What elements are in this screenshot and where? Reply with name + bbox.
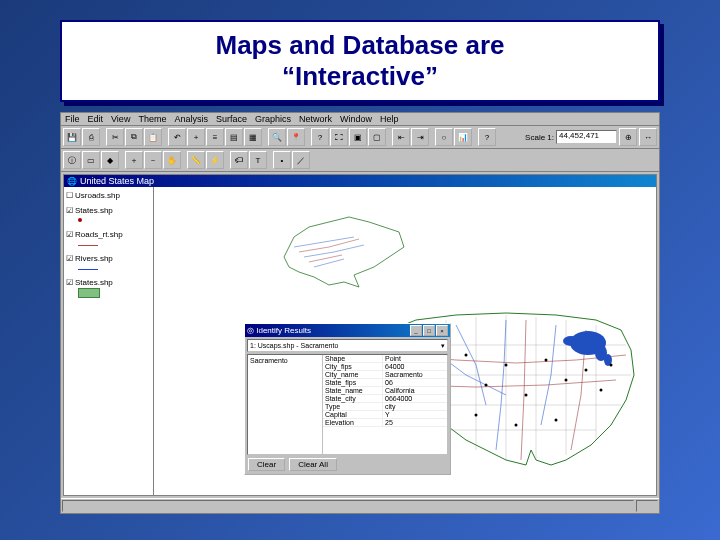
layer-item[interactable]: ☑States.shp — [66, 278, 151, 300]
checkbox-icon[interactable]: ☑ — [66, 278, 73, 287]
menu-view[interactable]: View — [111, 114, 130, 124]
status-grip-icon — [636, 500, 658, 512]
menu-theme[interactable]: Theme — [138, 114, 166, 124]
zoom-selected-icon[interactable]: ▢ — [368, 128, 386, 146]
label-tool-icon[interactable]: 🏷 — [230, 151, 248, 169]
zoom-full-icon[interactable]: ⛶ — [330, 128, 348, 146]
help-icon[interactable]: ? — [478, 128, 496, 146]
attr-val: Point — [383, 355, 447, 362]
identify-layer-combo[interactable]: 1: Uscaps.shp - Sacramento — [247, 339, 448, 352]
layer-item[interactable]: ☑Rivers.shp — [66, 254, 151, 272]
gis-app-window: File Edit View Theme Analysis Surface Gr… — [60, 112, 660, 514]
layer-item[interactable]: ☐Usroads.shp — [66, 191, 151, 200]
save-icon[interactable]: 💾 — [63, 128, 81, 146]
svg-point-18 — [555, 419, 558, 422]
attr-key: Elevation — [323, 419, 383, 426]
svg-point-7 — [465, 354, 468, 357]
map-body: ☐Usroads.shp ☑States.shp ☑Roads_rt.shp ☑… — [64, 187, 656, 495]
identify-tool-icon[interactable]: ⓘ — [63, 151, 81, 169]
attr-key: Type — [323, 403, 383, 410]
query-icon[interactable]: ? — [311, 128, 329, 146]
layer-label: Roads_rt.shp — [75, 230, 123, 239]
copy-icon[interactable]: ⧉ — [125, 128, 143, 146]
menu-network[interactable]: Network — [299, 114, 332, 124]
pointer-tool-icon[interactable]: ▭ — [82, 151, 100, 169]
menu-file[interactable]: File — [65, 114, 80, 124]
map-view-titlebar[interactable]: 🌐 United States Map — [64, 175, 656, 187]
menu-window[interactable]: Window — [340, 114, 372, 124]
content-area: 🌐 United States Map ☐Usroads.shp ☑States… — [61, 172, 659, 498]
identify-attribute-table[interactable]: ShapePoint City_fips64000 City_nameSacra… — [323, 355, 447, 454]
clear-button[interactable]: Clear — [248, 458, 285, 471]
minimize-icon[interactable]: _ — [410, 325, 422, 336]
zoom-next-icon[interactable]: ⇥ — [411, 128, 429, 146]
svg-point-12 — [565, 379, 568, 382]
hotlink-tool-icon[interactable]: ⚡ — [206, 151, 224, 169]
measure-tool-icon[interactable]: 📏 — [187, 151, 205, 169]
attr-val: California — [383, 387, 447, 394]
svg-point-16 — [475, 414, 478, 417]
close-icon[interactable]: × — [436, 325, 448, 336]
layer-item[interactable]: ☑States.shp — [66, 206, 151, 224]
svg-point-15 — [610, 364, 613, 367]
checkbox-icon[interactable]: ☐ — [66, 191, 73, 200]
xy-icon[interactable]: ⊕ — [619, 128, 637, 146]
paste-icon[interactable]: 📋 — [144, 128, 162, 146]
add-theme-icon[interactable]: + — [187, 128, 205, 146]
zoom-active-icon[interactable]: ▣ — [349, 128, 367, 146]
draw-point-tool-icon[interactable]: • — [273, 151, 291, 169]
scale-input[interactable]: 44,452,471 — [556, 130, 617, 144]
cut-icon[interactable]: ✂ — [106, 128, 124, 146]
scale-display: Scale 1: 44,452,471 ⊕ ↔ — [525, 128, 657, 146]
attr-key: Shape — [323, 355, 383, 362]
attr-val: Sacramento — [383, 371, 447, 378]
identify-tree[interactable]: Sacramento — [248, 355, 323, 454]
identify-titlebar[interactable]: ◎ Identify Results _ □ × — [245, 324, 450, 337]
checkbox-icon[interactable]: ☑ — [66, 230, 73, 239]
svg-point-8 — [485, 384, 488, 387]
find-icon[interactable]: 🔍 — [268, 128, 286, 146]
layer-panel[interactable]: ☐Usroads.shp ☑States.shp ☑Roads_rt.shp ☑… — [64, 187, 154, 495]
svg-point-10 — [525, 394, 528, 397]
checkbox-icon[interactable]: ☑ — [66, 254, 73, 263]
locate-icon[interactable]: 📍 — [287, 128, 305, 146]
slide-title-line1: Maps and Database are — [215, 30, 504, 60]
menu-analysis[interactable]: Analysis — [174, 114, 208, 124]
identify-body: Sacramento ShapePoint City_fips64000 Cit… — [247, 354, 448, 455]
draw-line-tool-icon[interactable]: ／ — [292, 151, 310, 169]
zoom-out-tool-icon[interactable]: － — [144, 151, 162, 169]
edit-legend-icon[interactable]: ▤ — [225, 128, 243, 146]
maximize-icon[interactable]: □ — [423, 325, 435, 336]
identify-button-row: Clear Clear All — [245, 455, 450, 474]
menu-graphics[interactable]: Graphics — [255, 114, 291, 124]
identify-combo-value: 1: Uscaps.shp - Sacramento — [250, 342, 338, 349]
text-tool-icon[interactable]: T — [249, 151, 267, 169]
menu-help[interactable]: Help — [380, 114, 399, 124]
slide-title-box: Maps and Database are “Interactive” — [60, 20, 660, 102]
checkbox-icon[interactable]: ☑ — [66, 206, 73, 215]
zoom-in-tool-icon[interactable]: ＋ — [125, 151, 143, 169]
zoom-prev-icon[interactable]: ⇤ — [392, 128, 410, 146]
nav-icon[interactable]: ↔ — [639, 128, 657, 146]
print-icon[interactable]: ⎙ — [82, 128, 100, 146]
menu-edit[interactable]: Edit — [88, 114, 104, 124]
theme-props-icon[interactable]: ≡ — [206, 128, 224, 146]
attr-key: State_city — [323, 395, 383, 402]
clear-all-button[interactable]: Clear All — [289, 458, 337, 471]
map-view-title: United States Map — [80, 176, 154, 186]
identify-tree-item[interactable]: Sacramento — [250, 357, 320, 364]
globe-icon: 🌐 — [67, 177, 77, 186]
pan-tool-icon[interactable]: ✋ — [163, 151, 181, 169]
vertex-tool-icon[interactable]: ◆ — [101, 151, 119, 169]
open-table-icon[interactable]: ▦ — [244, 128, 262, 146]
undo-icon[interactable]: ↶ — [168, 128, 186, 146]
layer-item[interactable]: ☑Roads_rt.shp — [66, 230, 151, 248]
map-canvas[interactable]: ◎ Identify Results _ □ × 1: Uscaps.shp -… — [154, 187, 656, 495]
select-none-icon[interactable]: ○ — [435, 128, 453, 146]
layer-label: States.shp — [75, 278, 113, 287]
svg-point-11 — [545, 359, 548, 362]
layer-label: Usroads.shp — [75, 191, 120, 200]
chart-icon[interactable]: 📊 — [454, 128, 472, 146]
menu-surface[interactable]: Surface — [216, 114, 247, 124]
identify-results-window[interactable]: ◎ Identify Results _ □ × 1: Uscaps.shp -… — [244, 323, 451, 475]
